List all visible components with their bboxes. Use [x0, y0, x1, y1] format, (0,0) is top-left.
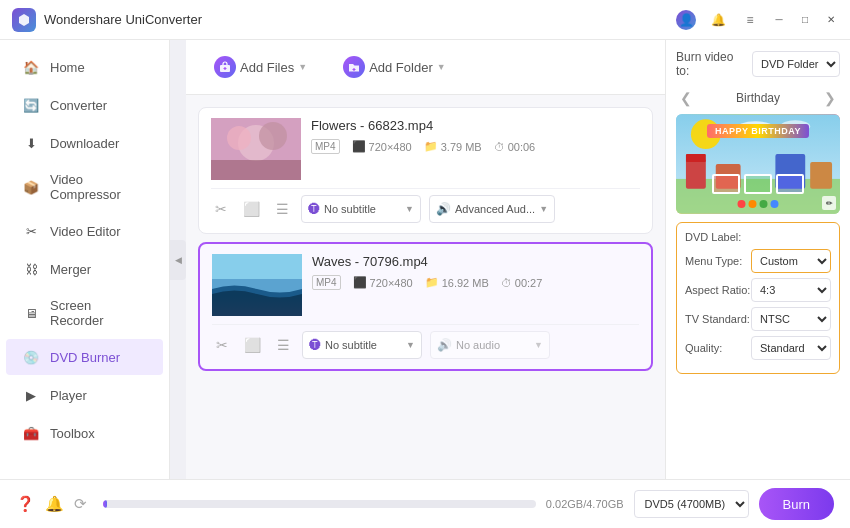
user-avatar[interactable]: 👤	[676, 10, 696, 30]
sidebar-label-converter: Converter	[50, 98, 107, 113]
cut-icon[interactable]: ✂	[211, 199, 231, 219]
preview-frame-2	[744, 174, 772, 194]
add-files-icon	[214, 56, 236, 78]
sidebar-item-dvd-burner[interactable]: 💿 DVD Burner	[6, 339, 163, 375]
resolution-icon: ⬛	[352, 140, 366, 153]
dropdown-arrow-waves-icon: ▼	[406, 340, 415, 350]
maximize-button[interactable]: □	[798, 13, 812, 27]
cut-waves-icon[interactable]: ✂	[212, 335, 232, 355]
sidebar-item-player[interactable]: ▶ Player	[6, 377, 163, 413]
menu-type-select[interactable]: Custom None Default	[751, 249, 831, 273]
subtitle-value-flowers: No subtitle	[324, 203, 376, 215]
copy-waves-icon[interactable]: ⬜	[240, 335, 265, 355]
add-folder-button[interactable]: Add Folder ▼	[331, 50, 458, 84]
preview-image: HAPPY BIRTHDAY ✏	[676, 114, 840, 214]
sidebar-item-converter[interactable]: 🔄 Converter	[6, 87, 163, 123]
file-item-waves[interactable]: Waves - 70796.mp4 MP4 ⬛ 720×480 📁	[198, 242, 653, 371]
resolution-waves-icon: ⬛	[353, 276, 367, 289]
menu-waves-icon[interactable]: ☰	[273, 335, 294, 355]
sidebar-item-home[interactable]: 🏠 Home	[6, 49, 163, 85]
dvd-label-row: DVD Label:	[685, 231, 831, 243]
right-panel: Burn video to: DVD Folder ❮ Birthday ❯	[665, 40, 850, 479]
dot-green	[760, 200, 768, 208]
sidebar-item-merger[interactable]: ⛓ Merger	[6, 251, 163, 287]
audio-dropdown-waves[interactable]: 🔊 No audio ▼	[430, 331, 550, 359]
menu-dots-icon[interactable]: ☰	[272, 199, 293, 219]
preview-frames	[712, 174, 804, 194]
dropdown-arrow-icon: ▼	[405, 204, 414, 214]
burn-button[interactable]: Burn	[759, 488, 834, 520]
audio-waves-icon: 🔊	[437, 338, 452, 352]
audio-value-flowers: Advanced Aud...	[455, 203, 535, 215]
main-container: 🏠 Home 🔄 Converter ⬇ Downloader 📦 Video …	[0, 40, 850, 479]
file-item-top: Flowers - 66823.mp4 MP4 ⬛ 720×480 📁	[211, 118, 640, 180]
sidebar-label-merger: Merger	[50, 262, 91, 277]
burn-target-row: Burn video to: DVD Folder	[676, 50, 840, 78]
audio-dropdown-flowers[interactable]: 🔊 Advanced Aud... ▼	[429, 195, 555, 223]
toolbar: Add Files ▼ Add Folder ▼	[186, 40, 665, 95]
sidebar-item-downloader[interactable]: ⬇ Downloader	[6, 125, 163, 161]
file-meta-waves: MP4 ⬛ 720×480 📁 16.92 MB ⏱	[312, 275, 639, 290]
file-duration: ⏱ 00:06	[494, 141, 536, 153]
file-thumbnail-flowers	[211, 118, 301, 180]
subtitle-icon: 🅣	[308, 202, 320, 216]
edit-icon: ✏	[826, 199, 833, 208]
preview-edit-button[interactable]: ✏	[822, 196, 836, 210]
minimize-button[interactable]: ─	[772, 13, 786, 27]
storage-info: 0.02GB/4.70GB	[546, 498, 624, 510]
menu-icon[interactable]: ≡	[740, 10, 760, 30]
file-name-flowers: Flowers - 66823.mp4	[311, 118, 640, 133]
file-size-waves: 📁 16.92 MB	[425, 276, 489, 289]
file-name-waves: Waves - 70796.mp4	[312, 254, 639, 269]
add-folder-arrow: ▼	[437, 62, 446, 72]
notification-bell-icon[interactable]: 🔔	[708, 10, 728, 30]
aspect-ratio-select[interactable]: 4:3 16:9	[751, 278, 831, 302]
prev-arrow-icon[interactable]: ❮	[676, 88, 696, 108]
copy-icon[interactable]: ⬜	[239, 199, 264, 219]
file-resolution: ⬛ 720×480	[352, 140, 412, 153]
bottom-notification-icon[interactable]: 🔔	[45, 495, 64, 513]
sidebar-item-toolbox[interactable]: 🧰 Toolbox	[6, 415, 163, 451]
file-info-waves: Waves - 70796.mp4 MP4 ⬛ 720×480 📁	[312, 254, 639, 290]
dropdown-arrow-audio-waves-icon: ▼	[534, 340, 543, 350]
sidebar-label-compressor: Video Compressor	[50, 172, 147, 202]
folder-icon: 📁	[424, 140, 438, 153]
dvd-settings-panel: DVD Label: Menu Type: Custom None Defaul…	[676, 222, 840, 374]
close-button[interactable]: ✕	[824, 13, 838, 27]
titlebar: Wondershare UniConverter 👤 🔔 ≡ ─ □ ✕	[0, 0, 850, 40]
svg-rect-14	[686, 154, 706, 162]
sidebar-item-video-editor[interactable]: ✂ Video Editor	[6, 213, 163, 249]
content-area: Add Files ▼ Add Folder ▼	[186, 40, 665, 479]
sidebar-label-screen: Screen Recorder	[50, 298, 147, 328]
sidebar-collapse-button[interactable]: ◀	[170, 240, 186, 280]
sidebar: 🏠 Home 🔄 Converter ⬇ Downloader 📦 Video …	[0, 40, 170, 479]
add-files-button[interactable]: Add Files ▼	[202, 50, 319, 84]
sidebar-item-screen-recorder[interactable]: 🖥 Screen Recorder	[6, 289, 163, 337]
help-icon[interactable]: ❓	[16, 495, 35, 513]
app-logo	[12, 8, 36, 32]
titlebar-controls: 👤 🔔 ≡ ─ □ ✕	[676, 10, 838, 30]
sidebar-label-toolbox: Toolbox	[50, 426, 95, 441]
file-thumbnail-waves	[212, 254, 302, 316]
tv-standard-select[interactable]: NTSC PAL	[751, 307, 831, 331]
burn-to-select[interactable]: DVD Folder	[752, 51, 840, 77]
file-duration-waves: ⏱ 00:27	[501, 277, 543, 289]
preview-nav: ❮ Birthday ❯	[676, 88, 840, 108]
sidebar-label-player: Player	[50, 388, 87, 403]
disc-type-select[interactable]: DVD5 (4700MB) DVD9 (8500MB) BD25 (25GB) …	[634, 490, 749, 518]
bottom-icons: ❓ 🔔 ⟳	[16, 495, 87, 513]
progress-bar-container	[103, 500, 536, 508]
player-icon: ▶	[22, 386, 40, 404]
settings-icon[interactable]: ⟳	[74, 495, 87, 513]
sidebar-item-video-compressor[interactable]: 📦 Video Compressor	[6, 163, 163, 211]
editor-icon: ✂	[22, 222, 40, 240]
subtitle-dropdown-waves[interactable]: 🅣 No subtitle ▼	[302, 331, 422, 359]
dvd-icon: 💿	[22, 348, 40, 366]
file-item-flowers[interactable]: Flowers - 66823.mp4 MP4 ⬛ 720×480 📁	[198, 107, 653, 234]
next-arrow-icon[interactable]: ❯	[820, 88, 840, 108]
add-folder-icon	[343, 56, 365, 78]
preview-frame-3	[776, 174, 804, 194]
quality-select[interactable]: Standard High Low	[751, 336, 831, 360]
converter-icon: 🔄	[22, 96, 40, 114]
subtitle-dropdown-flowers[interactable]: 🅣 No subtitle ▼	[301, 195, 421, 223]
